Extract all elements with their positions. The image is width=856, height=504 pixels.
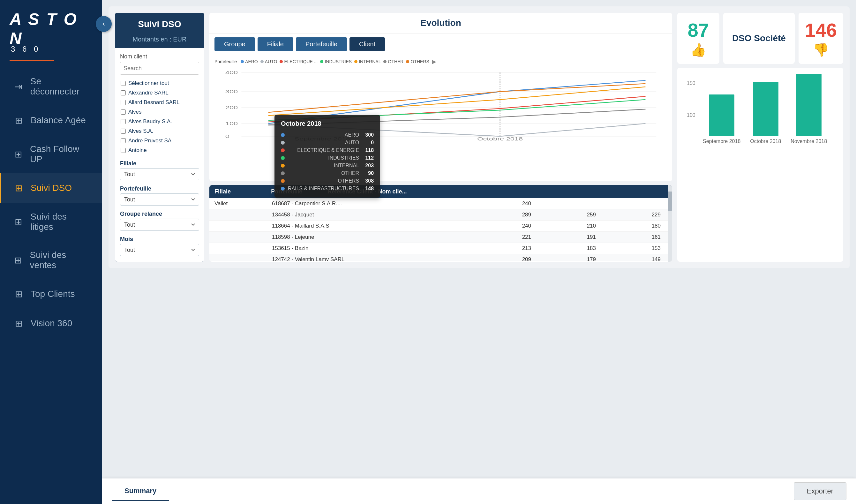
sidebar-item-suivi-dso[interactable]: ⊞ Suivi DSO (0, 173, 102, 203)
sidebar-item-cash[interactable]: ⊞ Cash Follow UP (0, 135, 102, 173)
tab-filiale[interactable]: Filiale (257, 37, 293, 51)
cell-v2 (531, 200, 596, 207)
legend-arrow[interactable]: ▶ (432, 58, 436, 65)
left-panel: Suivi DSO Montants en : EUR Nom client 🔍… (115, 13, 204, 262)
cell-ref: 118598 - Lejeune (272, 234, 466, 240)
cell-v2: 191 (531, 234, 596, 240)
search-input[interactable] (120, 62, 199, 74)
sidebar-item-litiges[interactable]: ⊞ Suivi des litiges (0, 203, 102, 241)
list-item[interactable]: Allard Besnard SARL (120, 98, 199, 107)
tooltip-label: RAILS & INFRASTRUCTURES (288, 186, 359, 192)
tooltip-value: 0 (362, 140, 374, 146)
scroll-thumb[interactable] (668, 192, 672, 211)
cell-ref: 134458 - Jacquet (272, 212, 466, 218)
logo-text: A S T O N (10, 10, 92, 48)
legend-other: OTHER (383, 59, 404, 64)
internal-legend-dot (354, 60, 357, 63)
sidebar-item-top-clients[interactable]: ⊞ Top Clients (0, 279, 102, 309)
list-item[interactable]: Alves Baudry S.A. (120, 117, 199, 126)
tooltip-dot (281, 141, 285, 145)
tab-portefeuille[interactable]: Portefeuille (296, 37, 347, 51)
svg-text:Octobre 2018: Octobre 2018 (477, 136, 523, 141)
suivi-dso-icon: ⊞ (13, 182, 24, 194)
tooltip-dot (281, 133, 285, 137)
legend-auto: AUTO (261, 59, 278, 64)
legend-electrique: ELECTRIQUE ... (280, 59, 318, 64)
bar-sept (709, 94, 734, 136)
select-all-item[interactable]: Sélectionner tout (120, 78, 199, 88)
client-checkbox-6[interactable] (121, 138, 126, 143)
kpi-card-red: 146 👎 (799, 13, 843, 64)
tooltip-value: 148 (362, 186, 374, 192)
collapse-button[interactable]: ‹ (96, 16, 112, 32)
bar-label-oct: Octobre 2018 (750, 139, 781, 144)
table-row: 134458 - Jacquet 289 259 229 (209, 210, 672, 220)
mois-label: Mois (120, 236, 199, 242)
table-row: 118664 - Maillard S.A.S. 240 210 180 (209, 220, 672, 232)
cell-v1: 240 (466, 223, 531, 229)
logo-numbers: 3 6 0 (10, 45, 92, 54)
tooltip-row-item: AERO 300 (281, 131, 374, 139)
right-panel: 87 👍 DSO Société 146 👎 150 100 (677, 13, 843, 262)
tooltip-row-item: INDUSTRIES 112 (281, 154, 374, 162)
client-checkbox-5[interactable] (121, 129, 126, 134)
portefeuille-label: Portefeuille (120, 185, 199, 192)
logo-underline (10, 60, 54, 61)
bar-chart-inner-container: 150 100 Septembre 2018 Octobre 2018 (684, 74, 837, 151)
kpi-card-green: 87 👍 (677, 13, 719, 64)
cell-v2: 183 (531, 245, 596, 252)
electrique-legend-dot (280, 60, 283, 63)
export-button[interactable]: Exporter (794, 482, 846, 500)
cell-v1: 240 (466, 200, 531, 207)
tooltip-rows: AERO 300 AUTO 0 ELECTRIQUE & ENERGIE 118… (281, 131, 374, 193)
sidebar-item-label-litiges: Suivi des litiges (30, 212, 91, 232)
cell-v3: 161 (596, 234, 667, 240)
groupe-relance-select[interactable]: Tout (120, 219, 199, 231)
tooltip-row-item: ELECTRIQUE & ENERGIE 118 (281, 146, 374, 154)
cell-filiale (214, 212, 240, 218)
cell-portefeuille (240, 234, 272, 240)
list-item[interactable]: Alves (120, 107, 199, 117)
sidebar-item-vision[interactable]: ⊞ Vision 360 (0, 309, 102, 338)
tooltip-label: ELECTRIQUE & ENERGIE (288, 147, 359, 153)
svg-line-20 (500, 87, 646, 100)
chart-legend: Portefeuille AERO AUTO ELECTRIQUE ... (214, 58, 667, 65)
client-checkbox-7[interactable] (121, 148, 126, 153)
list-item[interactable]: Antoine (120, 146, 199, 155)
mois-select[interactable]: Tout (120, 244, 199, 256)
list-item[interactable]: Alves S.A. (120, 126, 199, 136)
kpi-row: 87 👍 DSO Société 146 👎 (677, 13, 843, 64)
tab-client[interactable]: Client (350, 37, 385, 51)
svg-line-18 (500, 100, 646, 110)
ventes-icon: ⊞ (13, 254, 24, 266)
table-row: 118598 - Lejeune 221 191 161 (209, 232, 672, 243)
client-checkbox-3[interactable] (121, 109, 126, 114)
sidebar-item-balance[interactable]: ⊞ Balance Agée (0, 106, 102, 135)
client-checkbox-2[interactable] (121, 100, 126, 105)
logout-icon: ⇥ (13, 81, 24, 92)
sidebar-item-logout[interactable]: ⇥ Se déconnecter (0, 67, 102, 106)
tooltip-dot (281, 187, 285, 191)
list-item[interactable]: Andre Pruvost SA (120, 136, 199, 146)
filiale-select[interactable]: Tout (120, 168, 199, 180)
client-checkbox-1[interactable] (121, 90, 126, 95)
cell-v1: 213 (466, 245, 531, 252)
auto-legend-dot (261, 60, 264, 63)
list-item[interactable]: Alexandre SARL (120, 88, 199, 98)
legend-auto-label: AUTO (265, 59, 278, 64)
y-label-100: 100 (687, 112, 695, 118)
evolution-tabs: Groupe Filiale Portefeuille Client (209, 34, 672, 55)
portefeuille-select[interactable]: Tout (120, 194, 199, 205)
legend-portefeuille-label: Portefeuille (214, 59, 237, 64)
sidebar-item-ventes[interactable]: ⊞ Suivi des ventes (0, 241, 102, 279)
cell-v2: 259 (531, 212, 596, 218)
tab-groupe[interactable]: Groupe (214, 37, 255, 51)
dso-societe-label: DSO Société (732, 33, 786, 43)
cell-portefeuille (240, 223, 272, 229)
summary-tab[interactable]: Summary (112, 482, 169, 501)
client-checkbox-4[interactable] (121, 119, 126, 124)
table-scrollbar[interactable] (668, 185, 672, 262)
tooltip-label: AUTO (288, 140, 359, 146)
table-row: 153615 - Bazin 213 183 153 (209, 243, 672, 254)
select-all-checkbox[interactable] (121, 81, 126, 86)
